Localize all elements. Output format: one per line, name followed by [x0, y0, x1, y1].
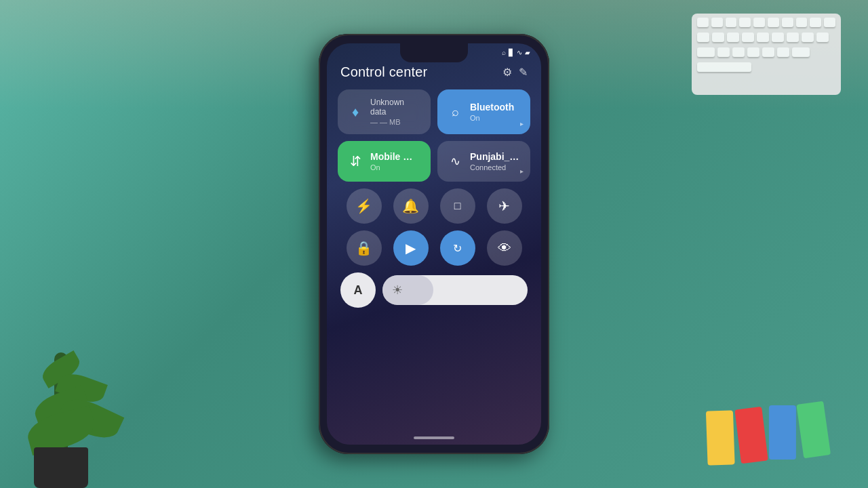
- phone-body: ⌕ ▊ ∿ ▰ Control center ⚙ ✎: [319, 34, 549, 454]
- eye-icon: 👁: [498, 241, 511, 256]
- control-center-header: Control center ⚙ ✎: [338, 64, 530, 80]
- notification-button[interactable]: 🔔: [393, 188, 429, 224]
- wifi-sub: Connected: [470, 163, 521, 171]
- tiles-grid: ♦ Unknown data — — MB ⌕ Bluetooth On: [338, 89, 530, 182]
- home-indicator[interactable]: [414, 436, 454, 439]
- settings-icon[interactable]: ⚙: [502, 66, 512, 79]
- lock-button[interactable]: 🔒: [347, 230, 382, 266]
- unknown-data-label: Unknown data: [370, 98, 421, 117]
- mobile-text: Mobile … On: [370, 151, 421, 171]
- mobile-label: Mobile …: [370, 151, 421, 162]
- control-center-title: Control center: [340, 64, 427, 80]
- keyboard-decoration: [692, 14, 841, 95]
- screenshot-icon: □: [454, 200, 461, 212]
- brightness-row: A ☀: [338, 272, 530, 308]
- wifi-status-icon: ∿: [517, 49, 522, 56]
- edit-icon[interactable]: ✎: [519, 66, 528, 79]
- flashlight-icon: ⚡: [355, 198, 372, 214]
- signal-status-icon: ▊: [509, 49, 514, 56]
- unknown-data-text: Unknown data — — MB: [370, 98, 421, 126]
- brightness-fill: [382, 275, 433, 305]
- rotation-icon: ↻: [453, 242, 462, 255]
- bell-icon: 🔔: [402, 198, 419, 214]
- bluetooth-text: Bluetooth On: [470, 102, 521, 122]
- bluetooth-icon: ⌕: [447, 105, 463, 119]
- phone-notch: [400, 43, 468, 62]
- font-size-button[interactable]: A: [340, 272, 376, 308]
- quick-icons-row2: 🔒 ▶ ↻ 👁: [338, 230, 530, 266]
- bluetooth-arrow-icon: ▸: [520, 120, 524, 127]
- volume-down-button: [319, 161, 319, 186]
- font-icon: A: [354, 283, 363, 298]
- wifi-icon: ∿: [447, 154, 463, 169]
- bluetooth-sub: On: [470, 114, 521, 122]
- control-center: Control center ⚙ ✎ ♦ Unknown data — — MB: [327, 59, 541, 319]
- airplane-button[interactable]: ✈: [487, 188, 522, 224]
- bluetooth-status-icon: ⌕: [502, 49, 506, 56]
- flashlight-button[interactable]: ⚡: [347, 188, 382, 224]
- wifi-text: Punjabi_… Connected: [470, 151, 521, 171]
- wifi-arrow-icon: ▸: [520, 167, 524, 175]
- location-button[interactable]: ▶: [393, 230, 429, 266]
- rotation-button[interactable]: ↻: [440, 230, 475, 266]
- brightness-slider[interactable]: ☀: [382, 275, 528, 305]
- phone-scene: ⌕ ▊ ∿ ▰ Control center ⚙ ✎: [319, 34, 549, 454]
- volume-up-button: [319, 129, 319, 153]
- battery-status-icon: ▰: [525, 49, 530, 56]
- power-button: [549, 156, 549, 197]
- wifi-tile[interactable]: ∿ Punjabi_… Connected ▸: [437, 141, 530, 182]
- bluetooth-label: Bluetooth: [470, 102, 521, 113]
- airplane-icon: ✈: [498, 198, 510, 214]
- wifi-label: Punjabi_…: [470, 151, 521, 162]
- unknown-data-tile[interactable]: ♦ Unknown data — — MB: [338, 89, 431, 134]
- mobile-tile[interactable]: ⇵ Mobile … On: [338, 141, 431, 182]
- unknown-data-sub: — — MB: [370, 118, 421, 126]
- sun-icon: ☀: [392, 283, 403, 298]
- screenshot-button[interactable]: □: [440, 188, 475, 224]
- lock-icon: 🔒: [355, 240, 372, 256]
- bluetooth-tile[interactable]: ⌕ Bluetooth On ▸: [437, 89, 530, 134]
- eye-button[interactable]: 👁: [487, 230, 522, 266]
- plant-decoration: [0, 217, 190, 488]
- location-icon: ▶: [406, 240, 416, 256]
- mobile-sub: On: [370, 163, 421, 171]
- signal-icon: ⇵: [347, 153, 363, 169]
- header-icons: ⚙ ✎: [502, 66, 528, 79]
- papers-decoration: [705, 401, 829, 466]
- phone-screen: ⌕ ▊ ∿ ▰ Control center ⚙ ✎: [327, 43, 541, 445]
- quick-icons-row1: ⚡ 🔔 □ ✈: [338, 188, 530, 224]
- water-icon: ♦: [347, 104, 363, 120]
